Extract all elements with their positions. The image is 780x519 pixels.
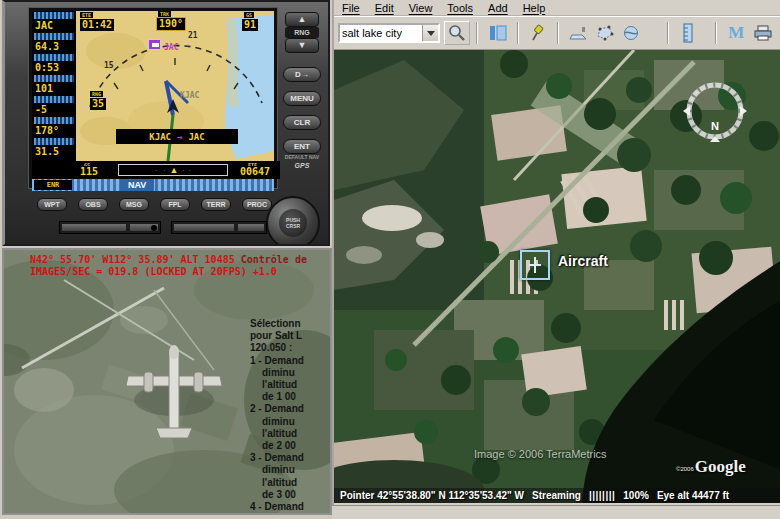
gps-leg-banner: KJAC → JAC xyxy=(116,129,238,144)
gps-range-rocker: ▲ RNG ▼ xyxy=(285,12,319,53)
gps-data-field: 178° xyxy=(34,117,74,137)
add-image-overlay-button[interactable] xyxy=(565,21,591,45)
gps-airport-label: KJAC xyxy=(180,91,199,100)
atc-menu-line: 3 - Demand xyxy=(250,452,330,464)
gps-field-value: 178° xyxy=(34,124,74,137)
toolbar: M xyxy=(334,16,780,50)
menu-item[interactable]: Help xyxy=(523,2,546,14)
gps-cursor-knob[interactable]: PUSH CRSR xyxy=(266,196,320,246)
gps-function-button[interactable]: MSG xyxy=(119,198,149,211)
image-overlay-icon xyxy=(569,25,589,41)
gps-groundspeed-value: 115 xyxy=(78,166,100,178)
atc-menu-line: l'altitud xyxy=(250,477,330,489)
gps-gs-box: 91 xyxy=(242,19,258,31)
gps-bottom-buttons: WPT OBS MSG FPL TERR PROC xyxy=(37,198,273,211)
telemetry-line1: N42° 55.70' W112° 35.89' ALT 10485 Contr… xyxy=(30,254,332,266)
add-polygon-button[interactable] xyxy=(592,21,618,45)
gps-scale-bar: · · ▲ · · xyxy=(118,164,228,176)
streaming-progress-bars: |||||||| xyxy=(589,490,615,501)
email-button[interactable]: M xyxy=(723,21,749,45)
gps-arc-heading-right: 21 xyxy=(188,31,198,40)
google-earth-window: File Edit View Tools Add Help xyxy=(332,0,780,505)
gps-data-field: 31.5 xyxy=(34,138,74,158)
gps-page-bar: ENR NAV xyxy=(32,179,274,191)
menu-button[interactable]: MENU xyxy=(283,91,321,106)
gps-field-header xyxy=(34,75,74,82)
ent-button[interactable]: ENT xyxy=(283,139,321,154)
atc-menu-line: Sélectionn xyxy=(250,318,330,330)
atc-menu-line: de 3 00 xyxy=(250,489,330,501)
menu-item[interactable]: Tools xyxy=(447,2,473,14)
add-placemark-button[interactable] xyxy=(525,21,551,45)
gps-field-value: 0:53 xyxy=(34,61,74,74)
google-logo: Google xyxy=(695,458,746,475)
gps-function-button[interactable]: TERR xyxy=(201,198,231,211)
gps-card-slot-left xyxy=(59,221,161,234)
gps-field-header xyxy=(34,138,74,145)
search-dropdown-button[interactable] xyxy=(422,25,438,41)
range-down-button[interactable]: ▼ xyxy=(285,38,319,53)
menu-item[interactable]: Add xyxy=(488,2,508,14)
watermark-year: ©2006 xyxy=(676,466,694,475)
range-up-button[interactable]: ▲ xyxy=(285,12,319,27)
gps-trk-box: 190° xyxy=(156,17,186,31)
chase-camera-panel: N42° 55.70' W112° 35.89' ALT 10485 Contr… xyxy=(2,248,332,515)
telemetry-line2: IMAGES/SEC = 019.8 (LOCKED AT 20FPS) +1.… xyxy=(30,266,332,278)
atc-menu-line: 1 - Demand xyxy=(250,355,330,367)
gps-ete-label: ETE xyxy=(80,12,93,18)
menu-item[interactable]: File xyxy=(342,2,360,14)
gps-field-header xyxy=(34,54,74,61)
eye-altitude: Eye alt 44477 ft xyxy=(657,490,729,501)
gps-field-value: 31.5 xyxy=(34,145,74,158)
gps-function-button[interactable]: WPT xyxy=(37,198,67,211)
add-path-button[interactable] xyxy=(618,21,644,45)
atc-menu-line: pour Salt L xyxy=(250,330,330,342)
push-crsr-knob[interactable]: PUSH CRSR xyxy=(279,209,307,237)
placemark-pushpin-icon xyxy=(530,24,546,42)
direct-to-button[interactable]: D→ xyxy=(283,67,321,82)
gps-scale-pointer-icon: ▲ xyxy=(170,165,179,175)
gps-data-column: JAC 64.3 0:53 101 xyxy=(32,11,76,179)
atc-menu-line: l'altitud xyxy=(250,428,330,440)
search-button[interactable] xyxy=(444,21,470,45)
gps-range-label: RNG xyxy=(90,91,103,97)
gps-range-box: 35 xyxy=(90,98,106,110)
gps-function-button[interactable]: OBS xyxy=(78,198,108,211)
window-bottom-frame xyxy=(332,505,780,519)
atc-menu-line: 120.050 : xyxy=(250,342,330,354)
search-input[interactable] xyxy=(340,25,422,41)
google-watermark: ©2006 Google xyxy=(676,458,746,475)
gps-data-field: 101 xyxy=(34,75,74,95)
atc-menu-line: de 1 00 xyxy=(250,391,330,403)
atc-menu-line: l'altitud xyxy=(250,379,330,391)
gps-waypoint-icon xyxy=(148,39,161,50)
clr-button[interactable]: CLR xyxy=(283,115,321,130)
gps-function-button[interactable]: PROC xyxy=(242,198,272,211)
gps-function-button[interactable]: FPL xyxy=(160,198,190,211)
gps-scale-dots2: · · xyxy=(178,167,190,174)
atc-menu-line: diminu xyxy=(250,464,330,476)
imagery-copyright: Image © 2006 TerraMetrics xyxy=(474,448,607,460)
email-icon: M xyxy=(728,23,744,43)
gps-data-field: 64.3 xyxy=(34,33,74,53)
gps-leg-from: KJAC xyxy=(149,132,171,142)
compass-ring[interactable]: N xyxy=(682,78,748,144)
gps-odometer-value: 00647 xyxy=(238,166,272,178)
gps-moving-map: ETE 01:42 TRK 190° GS 91 RNG 35 JAC KJAC… xyxy=(76,11,274,161)
gps-field-header xyxy=(34,33,74,40)
gps-waypoint-label: JAC xyxy=(164,43,178,52)
sidebar-toggle-button[interactable] xyxy=(484,21,510,45)
measure-button[interactable] xyxy=(675,21,701,45)
print-button[interactable] xyxy=(750,21,776,45)
earth-viewport[interactable]: N Aircraft Image © 2006 TerraMetrics ©20… xyxy=(334,50,780,503)
aircraft-placemark-label[interactable]: Aircraft xyxy=(558,253,608,269)
atc-menu-line: diminu xyxy=(250,416,330,428)
menu-item[interactable]: View xyxy=(409,2,433,14)
atc-menu[interactable]: Sélectionn pour Salt L 120.050 : 1 - Dem… xyxy=(250,318,330,514)
gps-field-value: 64.3 xyxy=(34,40,74,53)
menu-item[interactable]: Edit xyxy=(375,2,394,14)
toolbar-separator xyxy=(517,22,519,44)
range-rocker-label: RNG xyxy=(285,27,319,38)
aircraft-placemark[interactable] xyxy=(520,250,550,280)
gps-mic-hole xyxy=(151,225,157,231)
